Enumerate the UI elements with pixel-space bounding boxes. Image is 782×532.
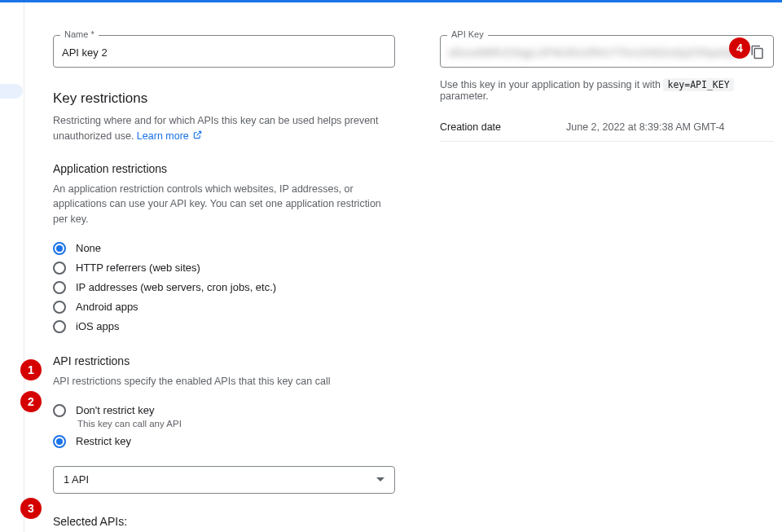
annotation-2: 2 [20,391,42,412]
left-column: Name * API key 2 Key restrictions Restri… [53,35,395,532]
name-field-value: API key 2 [62,46,108,59]
radio-icon [53,404,66,417]
annotation-3: 3 [20,498,42,519]
code-chip: key=API_KEY [663,78,733,91]
radio-restrict-key[interactable]: Restrict key [53,432,395,451]
radio-dont-restrict-key[interactable]: Don't restrict key [53,401,395,420]
annotation-4: 4 [729,37,750,59]
app-restrictions-desc: An application restriction controls whic… [53,182,395,227]
radio-label: IP addresses (web servers, cron jobs, et… [76,281,276,293]
copy-icon[interactable] [750,45,765,59]
api-restrictions-heading: API restrictions [53,354,395,367]
api-key-usage-text: Use this key in your application by pass… [440,79,774,102]
radio-icon [53,262,66,275]
radio-ip-addresses[interactable]: IP addresses (web servers, cron jobs, et… [53,278,395,297]
app-restrictions-heading: Application restrictions [53,162,395,175]
usage-prefix: Use this key in your application by pass… [440,79,663,90]
learn-more-link[interactable]: Learn more [137,130,189,142]
selected-apis-heading: Selected APIs: [53,515,395,528]
annotation-1: 1 [20,359,42,380]
radio-label: Android apps [76,301,138,313]
creation-date-value: June 2, 2022 at 8:39:38 AM GMT-4 [566,121,725,133]
radio-label: Don't restrict key [76,404,154,416]
name-field-label: Name * [60,29,99,39]
sidebar [0,2,24,532]
radio-none[interactable]: None [53,239,395,258]
creation-date-label: Creation date [440,121,566,133]
radio-icon [53,435,66,448]
key-restrictions-desc: Restricting where and for which APIs thi… [53,113,395,144]
sidebar-active-item[interactable] [0,84,23,99]
radio-dont-restrict-sub: This key can call any API [77,419,395,429]
svg-line-0 [197,131,201,135]
radio-http-referrers[interactable]: HTTP referrers (web sites) [53,258,395,278]
radio-icon [53,242,66,255]
api-key-field: API Key dGxvdWRrZXkgLUFNUDUzRlIzYThrc2h5… [440,35,774,68]
key-restrictions-heading: Key restrictions [53,90,395,107]
radio-icon [53,301,66,314]
select-value: 1 API [64,473,89,486]
api-restrictions-desc: API restrictions specify the enabled API… [53,374,395,389]
api-key-value-blurred: dGxvdWRrZXkgLUFNUDUzRlIzYThrc2h5ZmZpZXNy… [449,46,750,59]
external-link-icon [193,130,202,142]
creation-date-row: Creation date June 2, 2022 at 8:39:38 AM… [440,113,774,142]
chevron-down-icon [376,477,384,481]
usage-suffix: parameter. [440,90,489,102]
api-select-dropdown[interactable]: 1 API [53,466,395,494]
radio-label: Restrict key [76,435,131,447]
radio-android-apps[interactable]: Android apps [53,297,395,317]
name-field[interactable]: Name * API key 2 [53,35,395,68]
radio-icon [53,281,66,294]
radio-label: None [76,242,101,254]
api-restrictions-radio-group: Don't restrict key This key can call any… [53,401,395,451]
key-restrictions-desc-text: Restricting where and for which APIs thi… [53,115,379,142]
radio-icon [53,320,66,333]
app-restrictions-radio-group: None HTTP referrers (web sites) IP addre… [53,239,395,336]
radio-label: iOS apps [76,320,119,332]
right-column: API Key dGxvdWRrZXkgLUFNUDUzRlIzYThrc2h5… [440,35,774,532]
radio-label: HTTP referrers (web sites) [76,262,200,274]
radio-ios-apps[interactable]: iOS apps [53,317,395,336]
api-key-field-label: API Key [447,29,488,39]
